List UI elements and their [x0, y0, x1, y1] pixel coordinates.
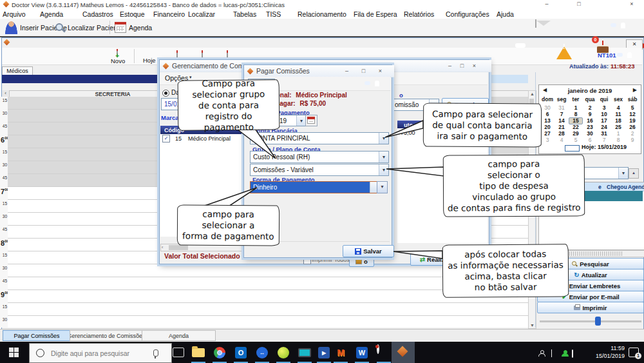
menu-item-1[interactable]: Arquivo [3, 10, 26, 18]
menu-item-12[interactable]: Configurações [446, 10, 489, 18]
menu-item-13[interactable]: Ajuda [497, 10, 514, 18]
menu-item-2[interactable]: Agenda [40, 10, 63, 18]
close-button[interactable] [623, 0, 640, 8]
patient-icon [5, 21, 17, 34]
calendar-icon [115, 22, 126, 33]
warning-icon[interactable] [556, 39, 572, 59]
menu-item-3[interactable]: Cadastros [82, 10, 113, 18]
menu-item-11[interactable]: Relatórios [404, 10, 434, 18]
agenda-label: Agenda [129, 24, 152, 32]
menu-item-4[interactable]: Estoque [120, 10, 145, 18]
find-patient-button[interactable]: Localizar Paciente [54, 21, 123, 34]
menu-item-8[interactable]: TISS [266, 10, 281, 18]
maximize-button[interactable] [571, 0, 587, 8]
toolbar-separator [109, 21, 110, 34]
menu-item-5[interactable]: Financeiro [153, 10, 185, 18]
minimize-button[interactable] [538, 0, 555, 8]
mail-icon[interactable] [535, 19, 536, 28]
birthday-badge: 0 [592, 36, 599, 43]
app-icon [3, 1, 10, 8]
os-titlebar: Doctor View (3.6.3.1147) Matheus Lemos -… [0, 0, 644, 10]
menu-item-10[interactable]: Fila de Espera [354, 10, 397, 18]
agenda-button[interactable]: Agenda [115, 21, 152, 34]
menu-item-7[interactable]: Tabelas [233, 10, 256, 18]
main-toolbar: Inserir Paciente Localizar Paciente Agen… [0, 19, 644, 37]
menu-item-6[interactable]: Localizar [188, 10, 215, 18]
menubar: ArquivoAgendaCadastrosEstoqueFinanceiroL… [0, 9, 644, 19]
menu-item-9[interactable]: Relacionamento [298, 10, 346, 18]
window-title: Doctor View (3.6.3.1147) Matheus Lemos -… [12, 1, 285, 8]
magnifier-icon [54, 22, 65, 33]
